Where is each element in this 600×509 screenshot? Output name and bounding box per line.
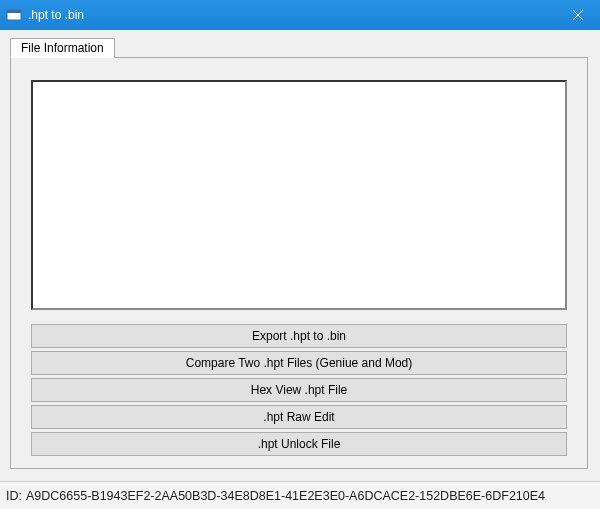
unlock-button[interactable]: .hpt Unlock File bbox=[31, 432, 567, 456]
titlebar: .hpt to .bin bbox=[0, 0, 600, 30]
tab-panel: Export .hpt to .bin Compare Two .hpt Fil… bbox=[10, 57, 588, 469]
output-textbox[interactable] bbox=[31, 80, 567, 310]
button-stack: Export .hpt to .bin Compare Two .hpt Fil… bbox=[31, 324, 567, 456]
close-icon bbox=[573, 10, 583, 20]
status-id-value: A9DC6655-B1943EF2-2AA50B3D-34E8D8E1-41E2… bbox=[26, 489, 545, 503]
rawedit-button[interactable]: .hpt Raw Edit bbox=[31, 405, 567, 429]
export-button[interactable]: Export .hpt to .bin bbox=[31, 324, 567, 348]
hexview-button[interactable]: Hex View .hpt File bbox=[31, 378, 567, 402]
compare-button[interactable]: Compare Two .hpt Files (Geniue and Mod) bbox=[31, 351, 567, 375]
close-button[interactable] bbox=[555, 0, 600, 30]
client-area: File Information Export .hpt to .bin Com… bbox=[0, 30, 600, 481]
statusbar: ID: A9DC6655-B1943EF2-2AA50B3D-34E8D8E1-… bbox=[0, 481, 600, 509]
tab-file-information[interactable]: File Information bbox=[10, 38, 115, 58]
svg-rect-1 bbox=[7, 10, 21, 13]
tab-label: File Information bbox=[21, 41, 104, 55]
status-id-label: ID: bbox=[6, 489, 22, 503]
app-icon bbox=[6, 7, 22, 23]
window-title: .hpt to .bin bbox=[28, 8, 555, 22]
